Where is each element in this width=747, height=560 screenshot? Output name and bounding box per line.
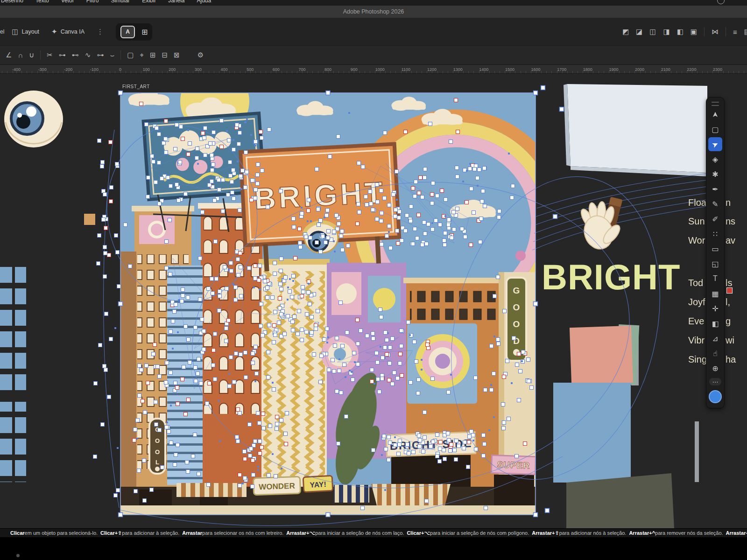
panel-text-fragment: Vibr xyxy=(688,335,705,346)
grid-view-icon[interactable]: ⊞ xyxy=(141,28,148,36)
node-tool[interactable]: ➤ xyxy=(708,137,722,151)
transform-tool[interactable]: ✛ xyxy=(708,301,722,315)
ruler-label: 600 xyxy=(273,67,280,72)
distribute-objects-icon[interactable]: ▤ xyxy=(744,28,747,36)
shape-builder-tool[interactable]: ◱ xyxy=(708,257,722,271)
menu-item[interactable]: Filtro xyxy=(86,0,99,3)
status-text: para adicionar à seleção. xyxy=(122,530,179,536)
menu-item[interactable]: Janela xyxy=(168,0,184,3)
ruler-label: 400 xyxy=(221,67,228,72)
canvas-area[interactable]: BRIGHT C O O L xyxy=(0,74,747,528)
insert-node-icon[interactable]: ⊶ xyxy=(59,51,66,59)
ruler-label: 700 xyxy=(298,67,305,72)
selected-color-swatch[interactable] xyxy=(726,287,733,294)
object-to-path-icon[interactable]: ⊞ xyxy=(150,51,156,59)
bottom-strip xyxy=(0,537,747,560)
exclude-icon[interactable]: ◨ xyxy=(663,28,669,36)
gradient-tool[interactable]: ◧ xyxy=(708,316,722,330)
ruler-label: 1700 xyxy=(557,67,566,72)
ruler-label: 0 xyxy=(119,67,121,72)
artboard-label[interactable]: FIRST_ART xyxy=(122,84,150,89)
scissors-icon[interactable]: ✂ xyxy=(47,51,53,59)
ruler-label: 1200 xyxy=(427,67,437,72)
spray-tool[interactable]: ∷ xyxy=(708,227,722,241)
flip-horizontal-icon[interactable]: ⋈ xyxy=(712,28,719,36)
artboard-text-button[interactable]: A xyxy=(120,26,135,38)
align-objects-icon[interactable]: ≡ xyxy=(733,28,737,36)
delete-node-icon[interactable]: ⊷ xyxy=(72,51,79,59)
menu-item[interactable]: Exibir xyxy=(142,0,156,3)
image-tool[interactable]: ▦ xyxy=(708,287,722,301)
ruler-label: 2300 xyxy=(713,67,722,72)
panel-text-fragment: Tod xyxy=(688,278,703,288)
selection-handles xyxy=(119,86,564,517)
merge-icon[interactable]: ▣ xyxy=(691,28,697,36)
settings-gear-icon[interactable]: ⚙ xyxy=(197,51,204,59)
marquee-select-icon[interactable]: ▢ xyxy=(127,51,134,59)
status-text: em um objeto para selecioná-lo. xyxy=(25,530,98,536)
menu-status-icon[interactable] xyxy=(717,0,725,4)
stroke-to-path-icon[interactable]: ⊟ xyxy=(162,51,168,59)
panel-text-fragment: Joyf xyxy=(688,297,705,308)
palette-drag-handle[interactable] xyxy=(712,105,719,106)
ruler-label: 2100 xyxy=(661,67,670,72)
ruler-label: 1900 xyxy=(609,67,618,72)
subtract-icon[interactable]: ◪ xyxy=(636,28,642,36)
status-modifier: Arrastar xyxy=(182,530,202,536)
window-title: Adobe Photoshop 2026 xyxy=(343,8,404,15)
panel-text-fragment: g xyxy=(726,316,731,327)
panel-text-fragment: wi xyxy=(726,335,734,346)
auto-node-icon[interactable]: ∪ xyxy=(29,51,34,59)
snap-target-icon[interactable]: ⌖ xyxy=(140,51,143,59)
menu-item[interactable]: Simular xyxy=(111,0,130,3)
dropper-tool[interactable]: ⊿ xyxy=(708,331,722,345)
pencil-tool[interactable]: ✎ xyxy=(708,197,722,211)
panel-text-fragment: ns xyxy=(726,216,735,227)
overflow-menu-icon[interactable]: ⋮ xyxy=(97,28,104,36)
layout-button[interactable]: ◫ Layout xyxy=(12,28,39,36)
more-tools-button[interactable]: ⋯ xyxy=(709,378,721,385)
ruler-label: 200 xyxy=(169,67,176,72)
intersect-icon[interactable]: ◫ xyxy=(649,28,656,36)
segment-wave-icon[interactable]: ∿ xyxy=(85,51,91,59)
star-tool[interactable]: ✱ xyxy=(708,167,722,181)
layout-icon: ◫ xyxy=(12,28,18,36)
ruler-label: 500 xyxy=(247,67,254,72)
status-modifier: Arrastar+⌥ xyxy=(286,530,315,536)
rect-select-tool[interactable]: ▢ xyxy=(708,122,722,136)
hand-tool[interactable]: ☝ xyxy=(708,346,722,360)
menu-item[interactable]: Ajuda xyxy=(197,0,211,3)
menu-item[interactable]: Texto xyxy=(35,0,49,3)
corner-node-icon[interactable]: ∠ xyxy=(6,51,12,59)
menu-item[interactable]: Vetor xyxy=(61,0,74,3)
rectangle-tool[interactable]: ▭ xyxy=(708,242,722,256)
join-nodes-icon[interactable]: ⊶ xyxy=(97,51,104,59)
text-tool[interactable]: T xyxy=(708,272,722,286)
panel-text-fragment: Sing xyxy=(688,354,707,365)
ruler-label: 800 xyxy=(324,67,331,72)
ruler-label: 1800 xyxy=(583,67,592,72)
divide-icon[interactable]: ◧ xyxy=(677,28,684,36)
ruler-label: -400 xyxy=(12,67,21,72)
fill-color-swatch[interactable] xyxy=(709,390,722,403)
node-tweak-tool[interactable]: ◈ xyxy=(708,152,722,166)
panel-text-fragment: Wor xyxy=(688,235,705,246)
smooth-node-icon[interactable]: ∩ xyxy=(18,51,23,59)
select-tool[interactable]: ➤ xyxy=(708,107,722,121)
title-bar[interactable]: Adobe Photoshop 2026 xyxy=(0,6,747,18)
ruler-label: 2200 xyxy=(687,67,696,72)
segment-curve-icon[interactable]: ⌣ xyxy=(110,51,114,59)
flatten-path-icon[interactable]: ⊠ xyxy=(174,51,180,59)
menu-item[interactable]: Desenho xyxy=(1,0,23,3)
canva-ai-button[interactable]: ✦ Canva IA xyxy=(51,28,85,36)
status-modifier: Clicar+⇧ xyxy=(100,530,122,536)
ruler-label: -100 xyxy=(90,67,99,72)
zoom-tool[interactable]: ⊕ xyxy=(708,361,722,375)
palette-drag-handle[interactable] xyxy=(712,102,719,103)
pen-tool[interactable]: ✒ xyxy=(708,182,722,196)
calligraphy-tool[interactable]: ✐ xyxy=(708,212,722,226)
panel-text-fragment: Eve xyxy=(688,316,704,327)
partial-panel-label: el xyxy=(0,28,4,35)
horizontal-ruler[interactable]: -400-300-200-100010020030040050060070080… xyxy=(0,65,747,74)
union-icon[interactable]: ◩ xyxy=(622,28,629,36)
